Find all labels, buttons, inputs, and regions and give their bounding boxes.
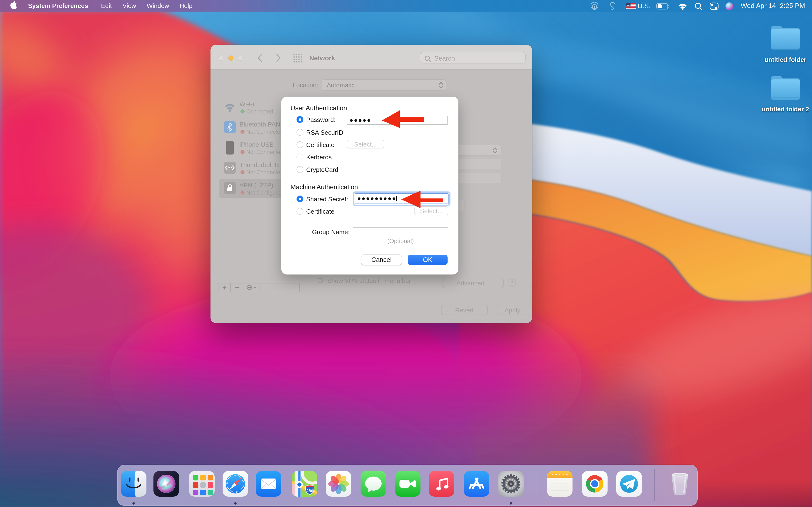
svg-text:280: 280 bbox=[306, 489, 313, 493]
svg-text:Edit: Edit bbox=[101, 2, 112, 9]
svg-text:Wed Apr 14: Wed Apr 14 bbox=[741, 2, 776, 9]
svg-text:Window: Window bbox=[147, 2, 169, 9]
svg-text:System Preferences: System Preferences bbox=[28, 2, 88, 9]
svg-text:View: View bbox=[122, 2, 136, 9]
svg-text:2:25 PM: 2:25 PM bbox=[780, 2, 805, 9]
svg-text:U.S.: U.S. bbox=[638, 2, 651, 10]
svg-text:Help: Help bbox=[180, 2, 192, 9]
